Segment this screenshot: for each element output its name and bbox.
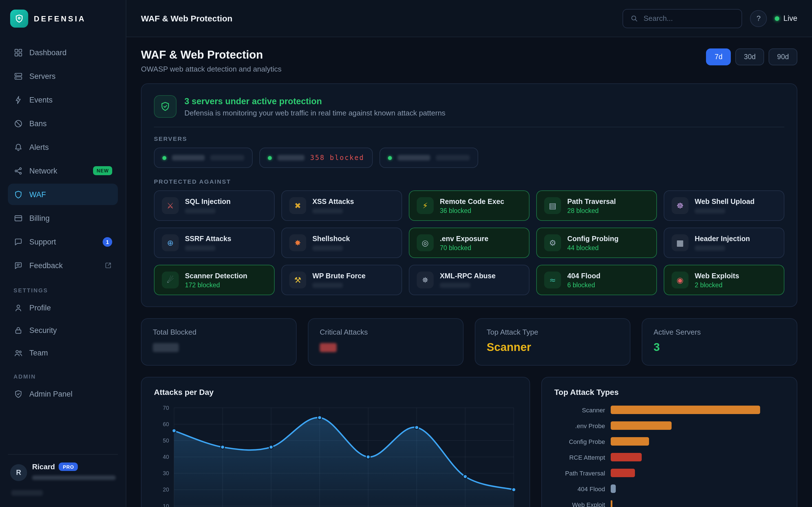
protection-card-sql-injection[interactable]: ⚔SQL Injection [154,190,274,221]
bar-label: Config Probe [554,438,605,445]
servers-header: SERVERS [154,135,784,142]
external-link-icon [104,262,112,269]
protection-card-text: .env Exposure70 blocked [440,235,488,251]
protection-shield-icon [154,95,176,118]
bar [611,485,616,493]
support-icon [13,237,23,246]
path-traversal-icon: ▤ [544,197,561,214]
search-box[interactable] [622,9,742,28]
range-button-30d[interactable]: 30d [735,48,764,65]
section-header-admin: ADMIN [13,374,112,380]
protection-card-ssrf-attacks[interactable]: ⊕SSRF Attacks [154,228,274,258]
sidebar-item-dashboard[interactable]: Dashboard [8,42,118,63]
protection-card-text: Path Traversal28 blocked [567,198,616,214]
protection-card-env-exposure[interactable]: ◎.env Exposure70 blocked [409,228,529,258]
sidebar-item-servers[interactable]: Servers [8,65,118,87]
bar-track [611,469,784,477]
bar-track [611,406,784,414]
bar-track [611,500,784,507]
online-dot-icon [268,156,272,160]
protection-card-label: Header Injection [695,235,750,243]
protection-card-scanner-detection[interactable]: ☄Scanner Detection172 blocked [154,265,274,295]
protection-card-xss-attacks[interactable]: ✖XSS Attacks [282,190,402,221]
sidebar-item-security[interactable]: Security [8,320,118,341]
sidebar-item-label: Network [29,166,57,175]
sidebar-item-bans[interactable]: Bans [8,113,118,134]
protection-card-label: SSRF Attacks [185,235,231,243]
protection-card-text: SSRF Attacks [185,235,231,251]
bar-track [611,437,784,446]
bar-label: .env Probe [554,422,605,429]
config-probing-icon: ⚙ [544,234,561,251]
attack-types-bar-chart: Scanner.env ProbeConfig ProbeRCE Attempt… [554,406,784,507]
server-chip[interactable]: 358 blocked [259,148,373,168]
sidebar-item-feedback[interactable]: Feedback [8,255,118,276]
protection-card-web-exploits[interactable]: ◉Web Exploits2 blocked [664,265,784,295]
sidebar-item-team[interactable]: Team [8,342,118,363]
protection-card-count: 172 blocked [185,281,247,288]
protection-card-web-shell-upload[interactable]: ☸Web Shell Upload [664,190,784,221]
protection-card-label: Path Traversal [567,198,616,205]
protection-card-wp-brute-force[interactable]: ⚒WP Brute Force [282,265,402,295]
sidebar-item-events[interactable]: Events [8,89,118,110]
charts-row: Attacks per Day 10203040506070 Top Attac… [141,377,797,507]
profile-icon [13,303,23,313]
protection-card-remote-code-exec[interactable]: ⚡Remote Code Exec36 blocked [409,190,529,221]
search-input[interactable] [644,14,735,22]
protection-card-xml-rpc-abuse[interactable]: ✵XML-RPC Abuse [409,265,529,295]
sidebar-item-waf[interactable]: WAF [8,184,118,205]
protection-card-label: XML-RPC Abuse [440,272,496,280]
sidebar-item-profile[interactable]: Profile [8,297,118,318]
sidebar-badge-support: 1 [103,237,112,246]
online-dot-icon [388,156,392,160]
range-button-90d[interactable]: 90d [769,48,797,65]
pro-badge: PRO [59,462,78,471]
billing-icon [13,213,23,223]
server-chip[interactable] [379,148,478,168]
redacted-count [312,245,343,251]
sql-injection-icon: ⚔ [162,197,179,214]
logo[interactable]: DEFENSIA [8,0,118,37]
server-chip[interactable] [154,148,253,168]
sidebar-item-admin-panel[interactable]: Admin Panel [8,383,118,404]
protection-card-shellshock[interactable]: ✸Shellshock [282,228,402,258]
bar-label: Web Exploit [554,501,605,507]
sidebar-item-network[interactable]: NetworkNEW [8,160,118,181]
protection-card-count: 28 blocked [567,207,616,214]
range-button-7d[interactable]: 7d [706,48,731,65]
sidebar-item-alerts[interactable]: Alerts [8,136,118,158]
svg-text:30: 30 [163,470,169,476]
admin-icon [13,389,23,399]
redacted-server-name [172,155,205,161]
sidebar-item-label: Events [29,96,53,104]
404-flood-icon: ≈ [544,272,561,288]
protection-card-label: Web Shell Upload [695,198,755,206]
protection-card-404-flood[interactable]: ≈404 Flood6 blocked [536,265,657,295]
protection-card-text: 404 Flood6 blocked [567,272,601,288]
section-header-settings: SETTINGS [13,287,112,293]
live-indicator: Live [775,14,797,22]
web-exploits-icon: ◉ [672,272,689,288]
sidebar-item-support[interactable]: Support1 [8,231,118,252]
protection-card-header-injection[interactable]: ▦Header Injection [664,228,784,258]
attacks-line-chart: 10203040506070 [154,403,517,507]
bar-row-env-probe: .env Probe [554,421,784,430]
redacted-count [695,245,725,251]
stat-label: Critical Attacks [320,328,452,336]
sidebar-item-label: Profile [29,303,51,312]
bar-row-config-probe: Config Probe [554,437,784,446]
content: WAF & Web Protection OWASP web attack de… [126,37,812,507]
stat-card-critical-attacks: Critical Attacks [308,318,463,365]
protection-card-config-probing[interactable]: ⚙Config Probing44 blocked [536,228,657,258]
divider [154,127,784,127]
brand-name: DEFENSIA [34,14,86,23]
sidebar-item-label: Team [29,348,48,357]
stat-label: Total Blocked [153,328,285,336]
help-button[interactable]: ? [750,10,767,27]
user-card[interactable]: R Ricard PRO [8,454,118,500]
stat-value: 3 [654,341,785,354]
bar-track [611,453,784,461]
sidebar-item-billing[interactable]: Billing [8,207,118,229]
protection-card-path-traversal[interactable]: ▤Path Traversal28 blocked [536,190,657,221]
stat-card-active-servers: Active Servers3 [642,318,797,365]
